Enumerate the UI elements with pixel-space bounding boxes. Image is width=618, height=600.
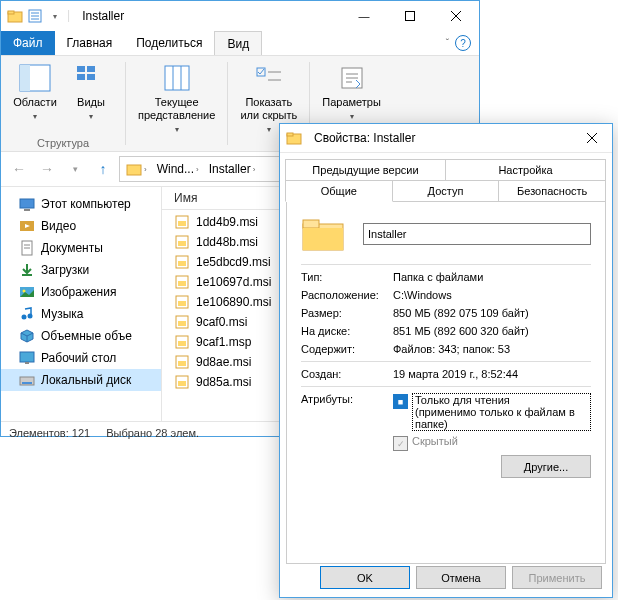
panes-button[interactable]: Области ▾ bbox=[7, 60, 63, 125]
options-button[interactable]: Параметры ▾ bbox=[316, 60, 387, 125]
cube-icon bbox=[19, 328, 35, 344]
value-type: Папка с файлами bbox=[393, 271, 591, 283]
picture-icon bbox=[19, 284, 35, 300]
pc-icon bbox=[19, 196, 35, 212]
svg-rect-36 bbox=[25, 362, 29, 364]
svg-rect-15 bbox=[165, 66, 189, 90]
back-button[interactable]: ← bbox=[7, 157, 31, 181]
dialog-close-button[interactable] bbox=[572, 124, 612, 152]
svg-rect-24 bbox=[24, 209, 30, 211]
tab-sharing[interactable]: Доступ bbox=[392, 180, 500, 202]
forward-button[interactable]: → bbox=[35, 157, 59, 181]
chevron-down-icon: ▾ bbox=[350, 110, 354, 123]
svg-rect-13 bbox=[77, 74, 85, 80]
label-size-on-disk: На диске: bbox=[301, 325, 393, 337]
label-created: Создан: bbox=[301, 368, 393, 380]
folder-large-icon bbox=[301, 214, 345, 254]
nav-3d-objects[interactable]: Объемные объе bbox=[1, 325, 161, 347]
msi-icon bbox=[174, 254, 190, 270]
svg-rect-11 bbox=[77, 66, 85, 72]
svg-rect-52 bbox=[178, 341, 186, 346]
tab-general[interactable]: Общие bbox=[285, 180, 393, 202]
dialog-tabs: Предыдущие версии Настройка Общие Доступ… bbox=[286, 159, 606, 202]
minimize-button[interactable]: — bbox=[341, 1, 387, 31]
music-icon bbox=[19, 306, 35, 322]
label-type: Тип: bbox=[301, 271, 393, 283]
svg-rect-14 bbox=[87, 74, 95, 80]
label-contains: Содержит: bbox=[301, 343, 393, 355]
maximize-button[interactable] bbox=[387, 1, 433, 31]
value-size-on-disk: 851 МБ (892 600 320 байт) bbox=[393, 325, 591, 337]
value-created: 19 марта 2019 г., 8:52:44 bbox=[393, 368, 591, 380]
svg-rect-58 bbox=[287, 133, 293, 136]
advanced-button[interactable]: Другие... bbox=[501, 455, 591, 478]
tab-previous-versions[interactable]: Предыдущие версии bbox=[285, 159, 446, 180]
label-location: Расположение: bbox=[301, 289, 393, 301]
chevron-down-icon: ▾ bbox=[89, 110, 93, 123]
help-icon[interactable]: ? bbox=[455, 35, 471, 51]
status-selection-count: Выбрано 28 элем. bbox=[106, 427, 199, 439]
dialog-title: Свойства: Installer bbox=[308, 131, 572, 145]
svg-rect-42 bbox=[178, 241, 186, 246]
readonly-checkbox[interactable]: ■ bbox=[393, 394, 408, 409]
navigation-pane-icon bbox=[19, 62, 51, 94]
dialog-buttons: OK Отмена Применить bbox=[320, 566, 602, 589]
tab-share[interactable]: Поделиться bbox=[124, 31, 214, 55]
breadcrumb-segment[interactable]: Installer› bbox=[205, 162, 260, 176]
tab-panel-general: Тип:Папка с файлами Расположение:C:\Wind… bbox=[286, 202, 606, 564]
recent-locations-button[interactable]: ▾ bbox=[63, 157, 87, 181]
tab-customize[interactable]: Настройка bbox=[445, 159, 606, 180]
svg-rect-35 bbox=[20, 352, 34, 362]
current-view-button[interactable]: Текущее представление ▾ bbox=[132, 60, 221, 138]
msi-icon bbox=[174, 214, 190, 230]
svg-rect-12 bbox=[87, 66, 95, 72]
views-button[interactable]: Виды ▾ bbox=[63, 60, 119, 125]
folder-icon: › bbox=[122, 161, 151, 177]
nav-local-disk[interactable]: Локальный диск bbox=[1, 369, 161, 391]
svg-rect-46 bbox=[178, 281, 186, 286]
up-button[interactable]: ↑ bbox=[91, 157, 115, 181]
properties-icon[interactable] bbox=[27, 8, 43, 24]
svg-rect-10 bbox=[20, 65, 30, 91]
svg-rect-40 bbox=[178, 221, 186, 226]
nav-videos[interactable]: Видео bbox=[1, 215, 161, 237]
nav-pictures[interactable]: Изображения bbox=[1, 281, 161, 303]
tab-view[interactable]: Вид bbox=[214, 31, 262, 55]
nav-downloads[interactable]: Загрузки bbox=[1, 259, 161, 281]
options-icon bbox=[336, 62, 368, 94]
breadcrumb-segment[interactable]: Wind...› bbox=[153, 162, 203, 176]
value-location: C:\Windows bbox=[393, 289, 591, 301]
folder-name-input[interactable] bbox=[363, 223, 591, 245]
close-button[interactable] bbox=[433, 1, 479, 31]
nav-this-pc[interactable]: Этот компьютер bbox=[1, 193, 161, 215]
status-item-count: Элементов: 121 bbox=[9, 427, 90, 439]
value-contains: Файлов: 343; папок: 53 bbox=[393, 343, 591, 355]
nav-music[interactable]: Музыка bbox=[1, 303, 161, 325]
nav-documents[interactable]: Документы bbox=[1, 237, 161, 259]
navigation-pane: Этот компьютер Видео Документы Загрузки … bbox=[1, 187, 162, 421]
msi-icon bbox=[174, 314, 190, 330]
svg-rect-48 bbox=[178, 301, 186, 306]
ribbon-expand-icon[interactable]: ˇ bbox=[446, 38, 449, 49]
svg-rect-62 bbox=[303, 220, 319, 228]
chevron-down-icon: ▾ bbox=[33, 110, 37, 123]
msi-icon bbox=[174, 274, 190, 290]
tab-home[interactable]: Главная bbox=[55, 31, 125, 55]
cancel-button[interactable]: Отмена bbox=[416, 566, 506, 589]
nav-desktop[interactable]: Рабочий стол bbox=[1, 347, 161, 369]
msp-icon bbox=[174, 334, 190, 350]
apply-button[interactable]: Применить bbox=[512, 566, 602, 589]
checkbox-list-icon bbox=[253, 62, 285, 94]
svg-rect-50 bbox=[178, 321, 186, 326]
tab-security[interactable]: Безопасность bbox=[498, 180, 606, 202]
tab-file[interactable]: Файл bbox=[1, 31, 55, 55]
svg-rect-6 bbox=[406, 12, 415, 21]
views-icon bbox=[75, 62, 107, 94]
qat-dropdown-icon[interactable]: ▾ bbox=[47, 8, 63, 24]
msi-icon bbox=[174, 294, 190, 310]
svg-rect-23 bbox=[20, 199, 34, 208]
ok-button[interactable]: OK bbox=[320, 566, 410, 589]
msi-icon bbox=[174, 354, 190, 370]
desktop-icon bbox=[19, 350, 35, 366]
folder-icon bbox=[286, 130, 302, 146]
